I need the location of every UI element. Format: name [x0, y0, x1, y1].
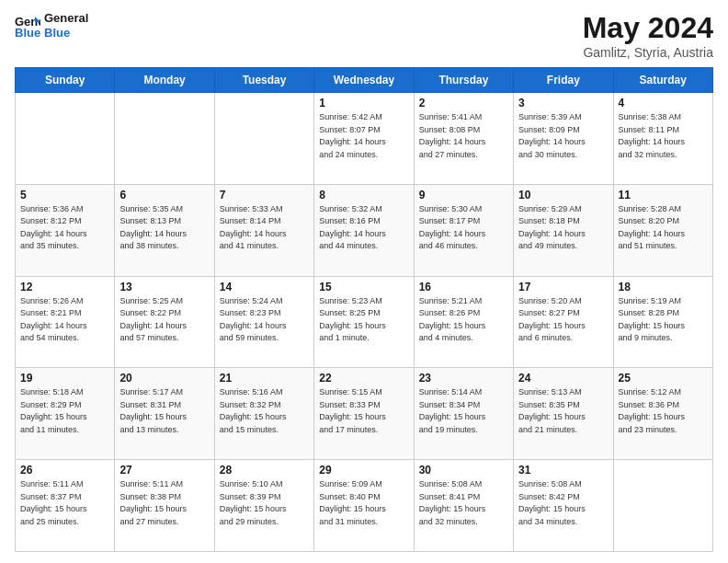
calendar-cell: 9Sunrise: 5:30 AM Sunset: 8:17 PM Daylig… [414, 184, 513, 276]
day-info: Sunrise: 5:29 AM Sunset: 8:18 PM Dayligh… [518, 203, 608, 253]
calendar-cell: 31Sunrise: 5:08 AM Sunset: 8:42 PM Dayli… [514, 460, 613, 552]
day-number: 26 [20, 464, 109, 477]
day-header-wednesday: Wednesday [314, 68, 414, 93]
day-info: Sunrise: 5:16 AM Sunset: 8:32 PM Dayligh… [220, 386, 309, 436]
day-info: Sunrise: 5:15 AM Sunset: 8:33 PM Dayligh… [319, 386, 408, 436]
day-header-friday: Friday [514, 68, 613, 93]
logo-general: General [44, 11, 88, 26]
day-header-tuesday: Tuesday [214, 68, 313, 93]
day-info: Sunrise: 5:32 AM Sunset: 8:16 PM Dayligh… [319, 203, 408, 253]
calendar-cell: 8Sunrise: 5:32 AM Sunset: 8:16 PM Daylig… [314, 184, 414, 276]
day-number: 17 [518, 281, 608, 293]
calendar-cell: 28Sunrise: 5:10 AM Sunset: 8:39 PM Dayli… [214, 460, 313, 552]
day-info: Sunrise: 5:35 AM Sunset: 8:13 PM Dayligh… [119, 203, 209, 253]
day-number: 9 [419, 189, 508, 201]
subtitle: Gamlitz, Styria, Austria [583, 45, 713, 60]
calendar-cell: 11Sunrise: 5:28 AM Sunset: 8:20 PM Dayli… [613, 184, 712, 276]
day-number: 18 [619, 281, 708, 293]
day-info: Sunrise: 5:24 AM Sunset: 8:23 PM Dayligh… [220, 295, 309, 345]
day-number: 25 [619, 372, 708, 385]
calendar-cell: 17Sunrise: 5:20 AM Sunset: 8:27 PM Dayli… [514, 276, 613, 368]
day-number: 10 [518, 189, 608, 201]
day-number: 6 [119, 189, 209, 201]
calendar-cell: 24Sunrise: 5:13 AM Sunset: 8:35 PM Dayli… [514, 368, 613, 460]
day-info: Sunrise: 5:30 AM Sunset: 8:17 PM Dayligh… [419, 203, 508, 253]
calendar-cell: 30Sunrise: 5:08 AM Sunset: 8:41 PM Dayli… [414, 460, 513, 552]
day-info: Sunrise: 5:36 AM Sunset: 8:12 PM Dayligh… [20, 203, 109, 253]
week-row-5: 26Sunrise: 5:11 AM Sunset: 8:37 PM Dayli… [16, 460, 713, 552]
day-info: Sunrise: 5:17 AM Sunset: 8:31 PM Dayligh… [119, 386, 209, 436]
day-number: 14 [220, 281, 309, 293]
day-number: 28 [220, 464, 309, 477]
day-number: 3 [518, 97, 608, 109]
day-number: 20 [119, 372, 209, 385]
header: General Blue General Blue May 2024 Gamli… [15, 11, 713, 60]
day-number: 19 [20, 372, 109, 385]
day-info: Sunrise: 5:38 AM Sunset: 8:11 PM Dayligh… [619, 111, 708, 161]
day-number: 22 [319, 372, 408, 385]
calendar-cell [613, 460, 712, 552]
calendar-cell: 20Sunrise: 5:17 AM Sunset: 8:31 PM Dayli… [115, 368, 214, 460]
day-header-sunday: Sunday [16, 68, 115, 93]
day-number: 16 [419, 281, 508, 293]
day-info: Sunrise: 5:21 AM Sunset: 8:26 PM Dayligh… [419, 295, 508, 345]
calendar-cell: 23Sunrise: 5:14 AM Sunset: 8:34 PM Dayli… [414, 368, 513, 460]
day-info: Sunrise: 5:25 AM Sunset: 8:22 PM Dayligh… [119, 295, 209, 345]
calendar-cell: 6Sunrise: 5:35 AM Sunset: 8:13 PM Daylig… [115, 184, 214, 276]
calendar-cell: 1Sunrise: 5:42 AM Sunset: 8:07 PM Daylig… [314, 93, 414, 185]
day-info: Sunrise: 5:39 AM Sunset: 8:09 PM Dayligh… [518, 111, 608, 161]
calendar-cell: 13Sunrise: 5:25 AM Sunset: 8:22 PM Dayli… [115, 276, 214, 368]
day-header-thursday: Thursday [414, 68, 513, 93]
main-title: May 2024 [583, 11, 713, 45]
page: General Blue General Blue May 2024 Gamli… [0, 0, 728, 563]
calendar-cell: 16Sunrise: 5:21 AM Sunset: 8:26 PM Dayli… [414, 276, 513, 368]
day-number: 15 [319, 281, 408, 293]
day-info: Sunrise: 5:26 AM Sunset: 8:21 PM Dayligh… [20, 295, 109, 345]
calendar-cell: 10Sunrise: 5:29 AM Sunset: 8:18 PM Dayli… [514, 184, 613, 276]
header-row: SundayMondayTuesdayWednesdayThursdayFrid… [16, 68, 713, 93]
day-info: Sunrise: 5:14 AM Sunset: 8:34 PM Dayligh… [419, 386, 508, 436]
calendar-cell: 19Sunrise: 5:18 AM Sunset: 8:29 PM Dayli… [16, 368, 115, 460]
svg-text:Blue: Blue [15, 26, 40, 39]
calendar-cell [214, 93, 313, 185]
day-info: Sunrise: 5:08 AM Sunset: 8:42 PM Dayligh… [518, 478, 608, 528]
calendar-cell: 27Sunrise: 5:11 AM Sunset: 8:38 PM Dayli… [115, 460, 214, 552]
calendar-cell: 3Sunrise: 5:39 AM Sunset: 8:09 PM Daylig… [514, 93, 613, 185]
calendar: SundayMondayTuesdayWednesdayThursdayFrid… [15, 67, 713, 552]
day-info: Sunrise: 5:28 AM Sunset: 8:20 PM Dayligh… [619, 203, 708, 253]
calendar-cell [16, 93, 115, 185]
calendar-cell: 2Sunrise: 5:41 AM Sunset: 8:08 PM Daylig… [414, 93, 513, 185]
week-row-2: 5Sunrise: 5:36 AM Sunset: 8:12 PM Daylig… [16, 184, 713, 276]
title-block: May 2024 Gamlitz, Styria, Austria [583, 11, 713, 60]
day-info: Sunrise: 5:11 AM Sunset: 8:37 PM Dayligh… [20, 478, 109, 528]
day-header-monday: Monday [115, 68, 214, 93]
day-number: 1 [319, 97, 408, 109]
calendar-cell: 29Sunrise: 5:09 AM Sunset: 8:40 PM Dayli… [314, 460, 414, 552]
calendar-cell: 7Sunrise: 5:33 AM Sunset: 8:14 PM Daylig… [214, 184, 313, 276]
week-row-1: 1Sunrise: 5:42 AM Sunset: 8:07 PM Daylig… [16, 93, 713, 185]
day-info: Sunrise: 5:41 AM Sunset: 8:08 PM Dayligh… [419, 111, 508, 161]
calendar-cell: 14Sunrise: 5:24 AM Sunset: 8:23 PM Dayli… [214, 276, 313, 368]
calendar-cell: 22Sunrise: 5:15 AM Sunset: 8:33 PM Dayli… [314, 368, 414, 460]
day-number: 11 [619, 189, 708, 201]
day-info: Sunrise: 5:42 AM Sunset: 8:07 PM Dayligh… [319, 111, 408, 161]
day-info: Sunrise: 5:20 AM Sunset: 8:27 PM Dayligh… [518, 295, 608, 345]
calendar-cell: 18Sunrise: 5:19 AM Sunset: 8:28 PM Dayli… [613, 276, 712, 368]
day-number: 27 [119, 464, 209, 477]
day-number: 30 [419, 464, 508, 477]
day-info: Sunrise: 5:10 AM Sunset: 8:39 PM Dayligh… [220, 478, 309, 528]
logo-blue: Blue [44, 26, 88, 40]
logo: General Blue General Blue [15, 11, 88, 40]
day-number: 21 [220, 372, 309, 385]
day-number: 8 [319, 189, 408, 201]
logo-icon: General Blue [15, 13, 40, 39]
day-info: Sunrise: 5:19 AM Sunset: 8:28 PM Dayligh… [619, 295, 708, 345]
day-number: 29 [319, 464, 408, 477]
day-info: Sunrise: 5:11 AM Sunset: 8:38 PM Dayligh… [119, 478, 209, 528]
day-info: Sunrise: 5:12 AM Sunset: 8:36 PM Dayligh… [619, 386, 708, 436]
calendar-cell: 15Sunrise: 5:23 AM Sunset: 8:25 PM Dayli… [314, 276, 414, 368]
day-number: 24 [518, 372, 608, 385]
day-header-saturday: Saturday [613, 68, 712, 93]
day-info: Sunrise: 5:13 AM Sunset: 8:35 PM Dayligh… [518, 386, 608, 436]
day-number: 13 [119, 281, 209, 293]
